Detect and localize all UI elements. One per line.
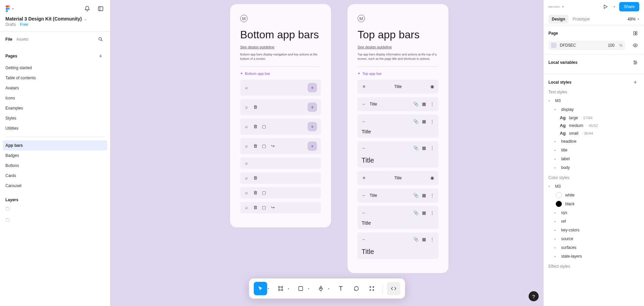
share-button[interactable]: Share xyxy=(619,2,639,11)
style-group[interactable]: ▸sys xyxy=(548,208,639,217)
text-tool[interactable]: T xyxy=(334,282,347,295)
section-top-app-bars[interactable]: M Top app bars See design guideline Top … xyxy=(347,4,448,273)
style-group-display[interactable]: ▾display xyxy=(548,105,639,114)
color-style-item[interactable]: black xyxy=(548,200,639,208)
canvas[interactable]: M Bottom app bars See design guideline B… xyxy=(110,0,543,306)
tab-design[interactable]: Design xyxy=(548,15,569,24)
style-group[interactable]: ▸title xyxy=(548,146,639,155)
page-item[interactable]: Carousel xyxy=(5,181,105,191)
page-item[interactable]: App bars xyxy=(3,140,107,150)
page-item[interactable]: Badges xyxy=(5,150,105,161)
page-item[interactable]: Styles xyxy=(5,113,105,123)
frame-tool[interactable] xyxy=(274,282,287,295)
chevron-down-icon[interactable]: ▾ xyxy=(308,287,309,290)
top-bar-variant-medium[interactable]: ← 📎 ▦ ⋮ Title xyxy=(358,206,438,229)
shape-tool[interactable] xyxy=(294,282,307,295)
top-bar-variant-center[interactable]: ≡ Title ◉ xyxy=(358,171,438,185)
page-item[interactable]: Getting started xyxy=(5,63,105,73)
style-group[interactable]: ▸headline xyxy=(548,137,639,146)
text-sample-icon: Ag xyxy=(560,123,566,128)
section-bottom-app-bars[interactable]: M Bottom app bars See design guideline B… xyxy=(230,4,331,227)
pen-icon xyxy=(318,286,324,292)
file-title[interactable]: Material 3 Design Kit (Community) ⌵ xyxy=(5,16,105,21)
help-button[interactable]: ? xyxy=(529,291,539,301)
style-group-m3-color[interactable]: ▾M3 xyxy=(548,182,639,191)
style-group[interactable]: ▸state-layers xyxy=(548,252,639,261)
page-item[interactable]: Icons xyxy=(5,93,105,103)
page-item[interactable]: Buttons xyxy=(5,161,105,171)
style-group[interactable]: ▸key-colors xyxy=(548,226,639,234)
page-item[interactable]: Table of contents xyxy=(5,73,105,83)
file-location[interactable]: Drafts Free xyxy=(5,22,105,27)
bottom-bar-variant[interactable]: ⌕ 🗑 + xyxy=(240,99,321,115)
style-group[interactable]: ▸label xyxy=(548,155,639,163)
guideline-link[interactable]: See design guideline xyxy=(240,45,321,49)
section-icon xyxy=(5,206,10,211)
notifications-button[interactable] xyxy=(83,5,91,13)
chevron-down-icon[interactable]: ▾ xyxy=(328,287,329,290)
bottom-bar-variant[interactable]: ⌕ 🗑 ▢ ↪ + xyxy=(240,138,321,154)
component-label[interactable]: Top app bar xyxy=(358,72,438,76)
bottom-bar-variant[interactable]: ⌕ + xyxy=(240,80,321,96)
bottom-bar-variant[interactable]: ⌕ xyxy=(240,158,321,169)
menu-icon: ≡ xyxy=(362,176,366,180)
chevron-down-icon[interactable]: ▾ xyxy=(268,287,269,290)
guideline-link[interactable]: See design guideline xyxy=(358,45,438,49)
text-style-item[interactable]: Agsmall· 36/44 xyxy=(548,129,639,137)
toggle-sidebar-button[interactable] xyxy=(97,5,105,13)
bar-title: Title xyxy=(370,176,426,180)
bottom-bar-variant[interactable]: ⌕ 🗑 ▢ + xyxy=(240,119,321,135)
page-item[interactable]: Cards xyxy=(5,171,105,181)
page-item[interactable]: Utilities xyxy=(5,123,105,133)
move-tool[interactable] xyxy=(254,282,267,295)
page-item[interactable]: Avatars xyxy=(5,83,105,93)
component-label[interactable]: Bottom app bar xyxy=(240,72,321,76)
layer-item[interactable] xyxy=(5,204,105,215)
style-group[interactable]: ▸ref xyxy=(548,217,639,226)
bottom-bar-variant[interactable]: ⌕ 🗑 xyxy=(240,172,321,184)
style-group-m3[interactable]: ▾M3 xyxy=(548,96,639,105)
toggle-visibility-button[interactable] xyxy=(631,41,639,49)
page-bg-input[interactable]: DFD5EC 100 % xyxy=(548,41,625,50)
tab-assets[interactable]: Assets xyxy=(16,36,33,43)
figma-menu[interactable]: ▾ xyxy=(5,5,14,12)
svg-point-0 xyxy=(8,8,10,10)
style-group[interactable]: ▸source xyxy=(548,234,639,243)
page-color-button[interactable] xyxy=(631,29,639,37)
tab-prototype[interactable]: Prototype xyxy=(573,13,590,25)
text-style-item[interactable]: Aglarge· 57/64 xyxy=(548,114,639,122)
multiplayer-menu[interactable]: ABCDEF▾ xyxy=(548,5,564,8)
text-style-item[interactable]: Agmedium· 45/52 xyxy=(548,122,639,129)
top-bar-variant-center[interactable]: ≡ Title ◉ xyxy=(358,80,438,94)
search-button[interactable] xyxy=(97,35,105,43)
chevron-down-icon[interactable]: ▾ xyxy=(288,287,289,290)
tab-file[interactable]: File xyxy=(5,36,16,43)
dev-mode-toggle[interactable] xyxy=(387,282,400,295)
layer-item[interactable] xyxy=(5,215,105,226)
page-item[interactable]: Examples xyxy=(5,103,105,113)
style-group[interactable]: ▸surfaces xyxy=(548,243,639,252)
comment-tool[interactable] xyxy=(350,282,363,295)
present-button[interactable] xyxy=(601,3,609,11)
pen-tool[interactable] xyxy=(314,282,327,295)
top-bar-variant-large[interactable]: ← 📎 ▦ ⋮ Title xyxy=(358,232,438,259)
chevron-right-icon: ▸ xyxy=(554,211,558,214)
add-page-button[interactable]: + xyxy=(97,52,105,60)
top-bar-variant-medium[interactable]: ← 📎 ▦ ⋮ Title xyxy=(358,115,438,138)
bar-title: Title xyxy=(362,248,434,256)
actions-tool[interactable] xyxy=(365,282,378,295)
zoom-control[interactable]: 48% ▾ xyxy=(628,17,639,21)
add-style-button[interactable]: + xyxy=(631,78,639,86)
bottom-bar-variant[interactable]: ⌕ 🗑 ▢ xyxy=(240,187,321,199)
bottom-bar-variant[interactable]: ⌕ 🗑 ▢ ↪ xyxy=(240,202,321,213)
top-bar-variant-small[interactable]: ← Title 📎 ▦ ⋮ xyxy=(358,97,438,111)
top-bar-variant-small[interactable]: ← Title 📎 ▦ ⋮ xyxy=(358,188,438,203)
attach-icon: 📎 xyxy=(414,119,418,124)
variables-settings-button[interactable] xyxy=(631,58,639,67)
fab-button: + xyxy=(308,83,317,92)
style-group[interactable]: ▸body xyxy=(548,163,639,172)
color-style-item[interactable]: white xyxy=(548,191,639,200)
top-bar-variant-large[interactable]: ← 📎 ▦ ⋮ Title xyxy=(358,141,438,168)
back-icon: ← xyxy=(362,119,366,124)
chevron-down-icon[interactable]: ▾ xyxy=(613,5,615,8)
